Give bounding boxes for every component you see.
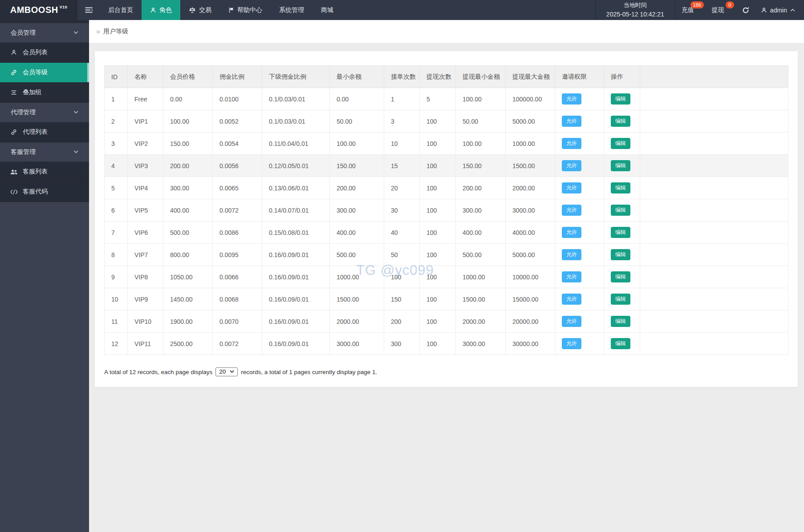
edit-button[interactable]: 编辑 (611, 182, 630, 194)
table-row: 4VIP3200.000.00560.12/0.05/0.01150.00151… (105, 155, 788, 177)
sidebar-scrollbar-thumb[interactable] (87, 63, 89, 82)
column-header: 提现最大金额 (506, 66, 555, 88)
edit-button[interactable]: 编辑 (611, 271, 630, 283)
table-cell: 0.0052 (213, 110, 262, 133)
table-cell: VIP11 (128, 333, 163, 355)
edit-button[interactable]: 编辑 (611, 116, 630, 127)
table-cell: 0.0072 (213, 199, 262, 222)
column-header: 最小余额 (330, 66, 384, 88)
edit-button[interactable]: 编辑 (611, 205, 630, 216)
table-cell: 150.00 (163, 133, 213, 155)
sidebar-toggle-button[interactable] (77, 0, 100, 20)
table-cell: 30 (384, 199, 420, 222)
allow-button[interactable]: 允许 (562, 205, 581, 216)
users-icon (10, 169, 18, 175)
person-icon (150, 7, 156, 13)
refresh-icon (742, 7, 749, 14)
table-cell: 100 (420, 177, 456, 199)
table-cell: 100 (420, 266, 456, 288)
sidebar-group-label: 代理管理 (11, 109, 36, 117)
table-cell: 1000.00 (506, 133, 555, 155)
table-cell: 3 (105, 133, 128, 155)
allow-button[interactable]: 允许 (562, 338, 581, 350)
edit-button[interactable]: 编辑 (611, 93, 630, 105)
recharge-button[interactable]: 充值 186 (675, 0, 700, 20)
table-row: 3VIP2150.000.00540.11/0.04/0.01100.00101… (105, 133, 788, 155)
nav-item-5[interactable]: 系统管理 (271, 0, 313, 20)
actions-cell: 编辑 (604, 177, 640, 199)
table-cell: 12 (105, 333, 128, 355)
sidebar-item-label: 代理列表 (23, 128, 48, 136)
nav-item-1[interactable]: 后台首页 (100, 0, 142, 20)
actions-cell: 编辑 (604, 199, 640, 222)
sidebar-group-1[interactable]: 会员管理 (0, 23, 89, 43)
table-cell: 150.00 (456, 155, 506, 177)
allow-button[interactable]: 允许 (562, 93, 581, 105)
edit-button[interactable]: 编辑 (611, 294, 630, 305)
allow-button[interactable]: 允许 (562, 160, 581, 172)
page-size-select[interactable]: 20 (215, 367, 238, 376)
edit-button[interactable]: 编辑 (611, 249, 630, 261)
table-cell: 100 (420, 133, 456, 155)
table-cell: 300.00 (163, 177, 213, 199)
sidebar-item-8[interactable]: 客服列表 (0, 162, 89, 182)
nav-item-4[interactable]: 帮助中心 (220, 0, 271, 20)
nav-item-2[interactable]: 角色 (142, 0, 180, 20)
allow-button[interactable]: 允许 (562, 182, 581, 194)
levels-table: ID名称会员价格佣金比例下级佣金比例最小余额接单次数提现次数提现最小金额提现最大… (104, 65, 788, 355)
allow-button[interactable]: 允许 (562, 316, 581, 327)
table-cell: 8 (105, 244, 128, 266)
allow-button[interactable]: 允许 (562, 227, 581, 238)
sidebar-item-4[interactable]: 叠加组 (0, 83, 89, 103)
empty-cell (640, 266, 788, 288)
actions-cell: 编辑 (604, 333, 640, 355)
chevron-down-icon (230, 370, 234, 373)
edit-button[interactable]: 编辑 (611, 338, 630, 350)
sidebar-item-2[interactable]: 会员列表 (0, 43, 89, 63)
nav-menu: 后台首页角色交易帮助中心系统管理商城 (100, 0, 342, 20)
recharge-badge: 186 (690, 1, 704, 8)
allow-button[interactable]: 允许 (562, 116, 581, 127)
column-header: 提现次数 (420, 66, 456, 88)
table-cell: 400.00 (456, 222, 506, 244)
actions-cell: 编辑 (604, 88, 640, 110)
invite-permission-cell: 允许 (555, 133, 604, 155)
sidebar-item-3[interactable]: 会员等级 (0, 63, 89, 83)
table-cell: 4000.00 (506, 222, 555, 244)
table-cell: 100.00 (456, 133, 506, 155)
sidebar-group-5[interactable]: 代理管理 (0, 103, 89, 122)
table-cell: VIP5 (128, 199, 163, 222)
edit-button[interactable]: 编辑 (611, 138, 630, 149)
table-row: 1Free0.000.01000.1/0.03/0.010.0015100.00… (105, 88, 788, 110)
sidebar-item-label: 客服列表 (23, 168, 48, 176)
allow-button[interactable]: 允许 (562, 138, 581, 149)
edit-button[interactable]: 编辑 (611, 160, 630, 172)
withdraw-button[interactable]: 提现 0 (706, 0, 731, 20)
user-menu[interactable]: admin (755, 0, 804, 20)
chevron-up-icon (790, 8, 795, 12)
table-cell: 100 (420, 333, 456, 355)
edit-button[interactable]: 编辑 (611, 316, 630, 327)
edit-button[interactable]: 编辑 (611, 227, 630, 238)
sidebar-item-9[interactable]: 客服代码 (0, 182, 89, 202)
sidebar-group-7[interactable]: 客服管理 (0, 142, 89, 162)
refresh-button[interactable] (736, 0, 755, 20)
table-cell: VIP6 (128, 222, 163, 244)
nav-item-3[interactable]: 交易 (180, 0, 220, 20)
invite-permission-cell: 允许 (555, 88, 604, 110)
logo-text: AMBOOSH (10, 5, 58, 15)
table-cell: 400.00 (330, 222, 384, 244)
table-cell: 3000.00 (506, 199, 555, 222)
column-header-empty (640, 66, 788, 88)
allow-button[interactable]: 允许 (562, 249, 581, 261)
empty-cell (640, 155, 788, 177)
empty-cell (640, 244, 788, 266)
allow-button[interactable]: 允许 (562, 271, 581, 283)
sidebar-item-6[interactable]: 代理列表 (0, 122, 89, 142)
nav-item-6[interactable]: 商城 (313, 0, 342, 20)
table-cell: 0.0095 (213, 244, 262, 266)
table-cell: 0.0065 (213, 177, 262, 199)
table-cell: 0.0100 (213, 88, 262, 110)
table-cell: 0.11/0.04/0.01 (262, 133, 330, 155)
allow-button[interactable]: 允许 (562, 294, 581, 305)
